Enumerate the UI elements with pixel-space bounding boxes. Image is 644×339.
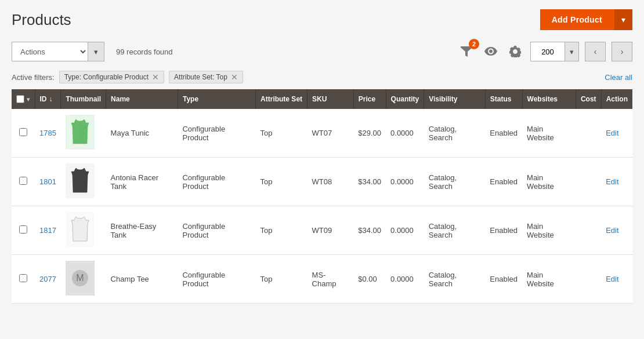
col-header-quantity[interactable]: Quantity [386, 89, 424, 109]
product-sku-0: WT07 [312, 129, 332, 137]
table-row: 1817 Breathe-Easy Tank Configurable Prod… [12, 206, 632, 255]
add-product-dropdown-button[interactable]: ▾ [614, 9, 632, 30]
records-found: 99 records found [116, 48, 450, 56]
actions-dropdown-button[interactable]: ▾ [88, 42, 104, 61]
table-wrapper: ▾ ID ↓ Thumbnail Name Type [0, 89, 644, 315]
clear-all-button[interactable]: Clear all [605, 73, 632, 82]
edit-link-3[interactable]: Edit [606, 275, 618, 283]
row-sku-cell: MS-Champ [307, 255, 354, 304]
toolbar-icons: 2 ▾ ‹ › [457, 42, 632, 61]
col-header-websites[interactable]: Websites [522, 89, 576, 109]
row-type-cell: Configurable Product [178, 255, 255, 304]
product-id-2[interactable]: 1817 [39, 226, 56, 235]
eye-icon [484, 47, 497, 56]
table-header-row: ▾ ID ↓ Thumbnail Name Type [12, 89, 632, 109]
actions-select[interactable]: Actions [12, 42, 88, 61]
table-row: 1801 Antonia Racer Tank Configurable Pro… [12, 158, 632, 206]
col-header-visibility[interactable]: Visibility [424, 89, 486, 109]
col-cost-label: Cost [581, 95, 596, 103]
next-page-button[interactable]: › [612, 42, 632, 61]
product-websites-2: Main Website [527, 222, 554, 239]
row-checkbox-cell [12, 109, 35, 158]
row-attribute-set-cell: Top [256, 206, 307, 255]
col-header-price[interactable]: Price [353, 89, 386, 109]
row-checkbox-cell [12, 206, 35, 255]
row-websites-cell: Main Website [522, 109, 576, 158]
product-websites-1: Main Website [527, 173, 554, 191]
col-header-type[interactable]: Type [178, 89, 255, 109]
row-quantity-cell: 0.0000 [386, 206, 424, 255]
row-thumbnail-cell [61, 109, 106, 158]
settings-button[interactable] [506, 42, 524, 61]
col-header-name[interactable]: Name [106, 89, 178, 109]
table-row: 2077 M Champ Tee Configurable Product To… [12, 255, 632, 304]
product-name-0: Maya Tunic [111, 129, 149, 137]
product-visibility-2: Catalog, Search [429, 222, 457, 239]
prev-page-button[interactable]: ‹ [585, 42, 606, 61]
product-quantity-1: 0.0000 [390, 177, 414, 186]
toolbar: Actions ▾ 99 records found 2 [0, 37, 644, 66]
product-quantity-3: 0.0000 [390, 275, 414, 283]
product-type-2: Configurable Product [182, 222, 225, 239]
select-all-caret[interactable]: ▾ [27, 96, 30, 103]
select-all-header: ▾ [12, 89, 35, 109]
col-header-status[interactable]: Status [485, 89, 522, 109]
edit-link-2[interactable]: Edit [606, 226, 618, 235]
col-header-attribute-set[interactable]: Attribute Set [256, 89, 307, 109]
columns-visibility-button[interactable] [482, 42, 500, 61]
col-name-label: Name [111, 95, 130, 103]
product-price-2: $34.00 [358, 226, 381, 235]
row-status-cell: Enabled [485, 109, 522, 158]
row-checkbox-2[interactable] [19, 225, 27, 234]
per-page-dropdown-button[interactable]: ▾ [565, 42, 579, 61]
col-action-label: Action [606, 95, 628, 103]
row-quantity-cell: 0.0000 [386, 109, 424, 158]
active-filters: Active filters: Type: Configurable Produ… [0, 66, 644, 89]
product-thumbnail-svg: M [66, 261, 95, 296]
row-websites-cell: Main Website [522, 158, 576, 206]
row-checkbox-0[interactable] [19, 128, 27, 136]
active-filters-label: Active filters: [12, 73, 55, 82]
filter-tag-attr-text: Attribute Set: Top [174, 73, 227, 81]
row-id-cell: 1817 [35, 206, 61, 255]
row-action-cell: Edit [601, 109, 632, 158]
edit-link-0[interactable]: Edit [606, 129, 618, 137]
col-header-id[interactable]: ID ↓ [35, 89, 61, 109]
col-websites-label: Websites [527, 95, 558, 103]
col-price-label: Price [359, 95, 375, 103]
row-cost-cell [576, 255, 601, 304]
row-type-cell: Configurable Product [178, 206, 255, 255]
add-product-button[interactable]: Add Product [540, 9, 614, 30]
product-id-1[interactable]: 1801 [39, 177, 56, 186]
row-visibility-cell: Catalog, Search [424, 158, 486, 206]
row-websites-cell: Main Website [522, 206, 576, 255]
row-status-cell: Enabled [485, 255, 522, 304]
col-header-sku[interactable]: SKU [307, 89, 354, 109]
edit-link-1[interactable]: Edit [606, 177, 618, 186]
row-checkbox-3[interactable] [19, 274, 27, 282]
row-visibility-cell: Catalog, Search [424, 255, 486, 304]
select-all-checkbox[interactable] [16, 95, 24, 103]
row-thumbnail-cell [61, 158, 106, 206]
row-checkbox-cell [12, 158, 35, 206]
row-thumbnail-cell: M [61, 255, 106, 304]
row-cost-cell [576, 158, 601, 206]
per-page-wrapper: ▾ [530, 42, 579, 61]
product-websites-0: Main Website [527, 125, 554, 142]
filter-tag-attr-remove[interactable]: ✕ [231, 73, 238, 81]
col-header-cost[interactable]: Cost [576, 89, 601, 109]
product-id-3[interactable]: 2077 [39, 275, 56, 283]
row-price-cell: $34.00 [353, 158, 386, 206]
page-title: Products [12, 11, 71, 29]
row-type-cell: Configurable Product [178, 158, 255, 206]
filter-icon-wrapper: 2 [457, 42, 476, 61]
product-visibility-3: Catalog, Search [429, 271, 457, 288]
filter-tag-type-remove[interactable]: ✕ [152, 73, 159, 81]
row-id-cell: 2077 [35, 255, 61, 304]
filter-tag-type: Type: Configurable Product ✕ [59, 71, 164, 83]
per-page-input[interactable] [530, 42, 565, 61]
product-type-0: Configurable Product [182, 125, 225, 142]
row-checkbox-1[interactable] [19, 177, 27, 185]
product-id-0[interactable]: 1785 [39, 129, 56, 137]
product-sku-3: MS-Champ [312, 271, 337, 288]
